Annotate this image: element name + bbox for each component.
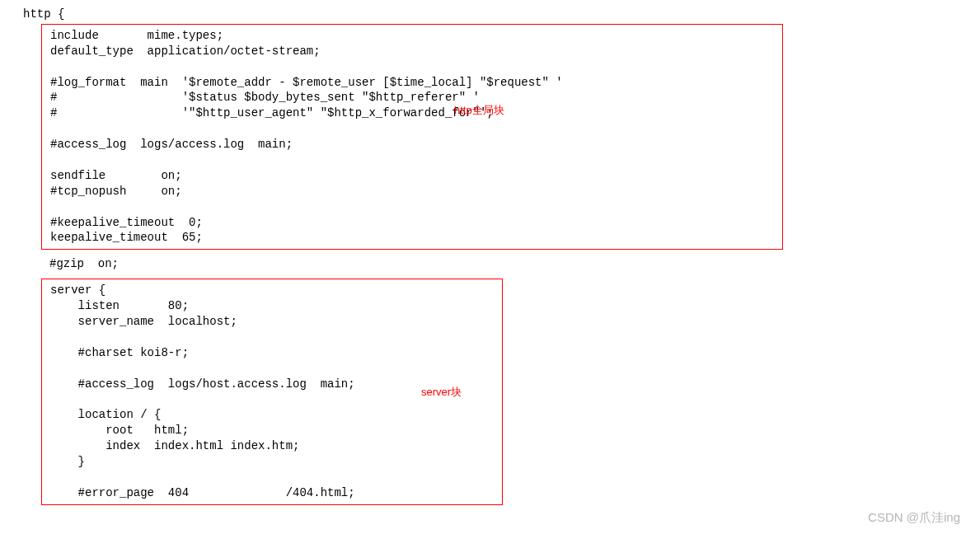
- http-global-block-label: http全局块: [454, 103, 504, 118]
- http-global-block-code: include mime.types; default_type applica…: [50, 28, 774, 246]
- http-global-block-box: include mime.types; default_type applica…: [41, 24, 783, 250]
- server-block-box: server { listen 80; server_name localhos…: [41, 279, 503, 504]
- server-block-label: server块: [421, 385, 462, 400]
- watermark: CSDN @爪洼ing: [868, 509, 960, 526]
- http-open-line: http {: [23, 7, 980, 22]
- gzip-line: #gzip on;: [23, 256, 980, 272]
